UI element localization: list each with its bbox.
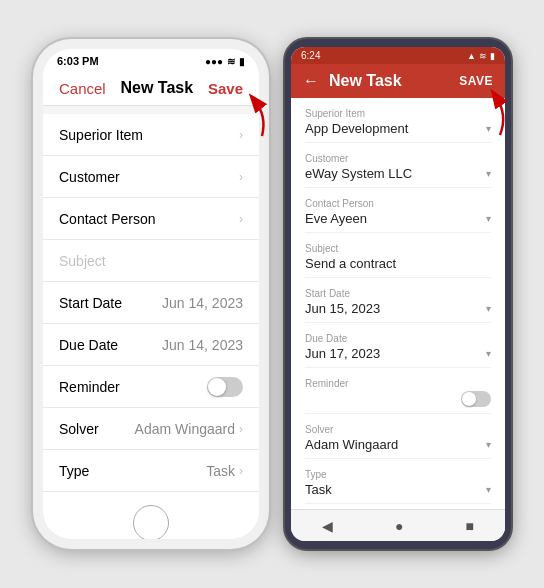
- android-back-button[interactable]: ←: [303, 72, 319, 90]
- dropdown-icon: ▾: [486, 213, 491, 224]
- dropdown-icon: ▾: [486, 439, 491, 450]
- android-wifi-icon: ≋: [479, 51, 487, 61]
- chevron-icon: ›: [239, 464, 243, 478]
- ios-phone: 6:03 PM ●●● ≋ ▮ Cancel New Task Save: [33, 39, 269, 549]
- ios-field-subject[interactable]: Subject: [43, 240, 259, 282]
- ios-field-contact-person[interactable]: Contact Person ›: [43, 198, 259, 240]
- ios-field-type[interactable]: Type Task ›: [43, 450, 259, 492]
- chevron-icon: ›: [239, 170, 243, 184]
- android-bottom-nav: ◀ ● ■: [291, 509, 505, 541]
- android-field-type[interactable]: Type Task ▾: [305, 459, 491, 504]
- android-field-start-date[interactable]: Start Date Jun 15, 2023 ▾: [305, 278, 491, 323]
- dropdown-icon: ▾: [486, 348, 491, 359]
- ios-section-main: Superior Item › Customer › Contact Perso…: [43, 114, 259, 507]
- ios-save-button[interactable]: Save: [208, 80, 243, 97]
- ios-wifi-icon: ≋: [227, 56, 235, 67]
- ios-field-superior-item[interactable]: Superior Item ›: [43, 114, 259, 156]
- ios-field-reminder[interactable]: Reminder: [43, 366, 259, 408]
- chevron-icon: ›: [239, 422, 243, 436]
- ios-status-bar: 6:03 PM ●●● ≋ ▮: [43, 49, 259, 71]
- ios-signal-icon: ●●●: [205, 56, 223, 67]
- android-time: 6:24: [301, 50, 320, 61]
- reminder-toggle[interactable]: [207, 377, 243, 397]
- ios-time: 6:03 PM: [57, 55, 99, 67]
- dropdown-icon: ▾: [486, 123, 491, 134]
- ios-home-button[interactable]: [133, 505, 169, 539]
- dropdown-icon: ▾: [486, 303, 491, 314]
- android-signal-icon: ▲: [467, 51, 476, 61]
- android-status-icons: ▲ ≋ ▮: [467, 51, 495, 61]
- android-home-nav-icon[interactable]: ●: [395, 518, 403, 534]
- ios-home-bar: [43, 507, 259, 539]
- android-phone: 6:24 ▲ ≋ ▮ ← New Task SAVE Super: [285, 39, 511, 549]
- ios-battery-icon: ▮: [239, 56, 245, 67]
- android-field-due-date[interactable]: Due Date Jun 17, 2023 ▾: [305, 323, 491, 368]
- ios-field-customer[interactable]: Customer ›: [43, 156, 259, 198]
- android-nav-title: New Task: [329, 72, 449, 90]
- ios-nav-bar: Cancel New Task Save: [43, 71, 259, 106]
- android-status-bar: 6:24 ▲ ≋ ▮: [291, 47, 505, 64]
- android-field-reminder[interactable]: Reminder: [305, 368, 491, 414]
- ios-status-icons: ●●● ≋ ▮: [205, 56, 245, 67]
- android-form: Superior Item App Development ▾ Customer…: [291, 98, 505, 509]
- ios-cancel-button[interactable]: Cancel: [59, 80, 106, 97]
- android-field-superior-item[interactable]: Superior Item App Development ▾: [305, 98, 491, 143]
- android-save-button[interactable]: SAVE: [459, 74, 493, 88]
- ios-nav-title: New Task: [121, 79, 194, 97]
- android-battery-icon: ▮: [490, 51, 495, 61]
- android-nav-bar: ← New Task SAVE: [291, 64, 505, 98]
- android-field-contact-person[interactable]: Contact Person Eve Ayeen ▾: [305, 188, 491, 233]
- android-field-subject[interactable]: Subject Send a contract: [305, 233, 491, 278]
- android-back-nav-icon[interactable]: ◀: [322, 518, 333, 534]
- chevron-icon: ›: [239, 212, 243, 226]
- ios-field-due-date[interactable]: Due Date Jun 14, 2023: [43, 324, 259, 366]
- ios-field-start-date[interactable]: Start Date Jun 14, 2023: [43, 282, 259, 324]
- android-recents-nav-icon[interactable]: ■: [466, 518, 474, 534]
- dropdown-icon: ▾: [486, 484, 491, 495]
- dropdown-icon: ▾: [486, 168, 491, 179]
- android-field-solver[interactable]: Solver Adam Wingaard ▾: [305, 414, 491, 459]
- android-reminder-toggle[interactable]: [461, 391, 491, 407]
- ios-form: Superior Item › Customer › Contact Perso…: [43, 106, 259, 507]
- android-field-customer[interactable]: Customer eWay System LLC ▾: [305, 143, 491, 188]
- ios-field-solver[interactable]: Solver Adam Wingaard ›: [43, 408, 259, 450]
- chevron-icon: ›: [239, 128, 243, 142]
